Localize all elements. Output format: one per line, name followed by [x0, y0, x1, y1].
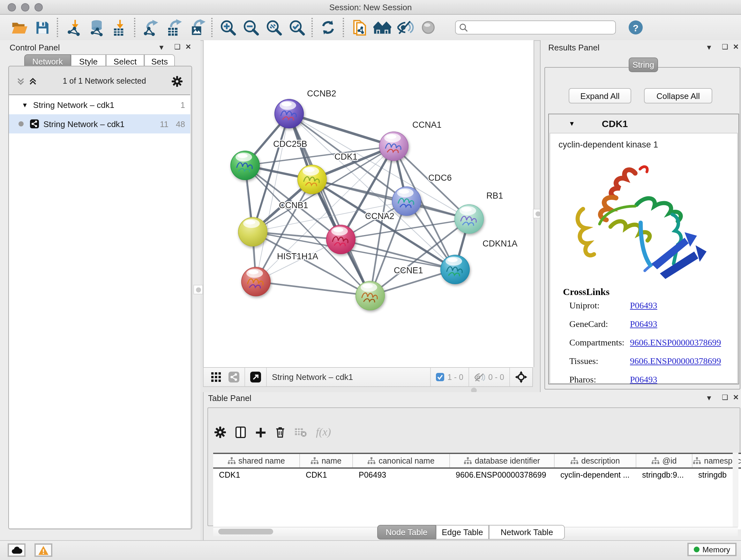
network-node-CCNA1[interactable]	[379, 132, 408, 161]
network-node-CDKN1A[interactable]	[441, 255, 470, 284]
expand-all-networks-icon[interactable]	[29, 77, 37, 85]
node-label-CCNB1: CCNB1	[279, 200, 308, 210]
import-table-button[interactable]	[108, 17, 131, 38]
column-type-icon	[227, 457, 235, 464]
edge-HIST1H1A-CCNE1[interactable]	[256, 282, 370, 296]
help-button[interactable]: ?	[629, 20, 643, 35]
collection-expand-arrow[interactable]: ▼	[22, 101, 28, 108]
table-panel-close-button[interactable]: ✕	[731, 393, 740, 401]
hidden-eye-icon[interactable]	[474, 373, 485, 381]
tab-network-table[interactable]: Network Table	[489, 525, 565, 540]
expand-all-button[interactable]: Expand All	[569, 88, 631, 104]
zoom-fit-button[interactable]	[262, 17, 285, 38]
results-panel-title: Results Panel	[548, 43, 599, 52]
crosslink-link[interactable]: P06493	[630, 319, 657, 329]
table-gear-icon[interactable]	[214, 427, 226, 438]
zoom-out-button[interactable]	[239, 17, 262, 38]
network-from-selection-button[interactable]	[348, 17, 371, 38]
table-panel-menu-button[interactable]: ▼	[704, 394, 714, 401]
crosslink-link[interactable]: 9606.ENSP00000378699	[630, 356, 721, 367]
table-panel-float-button[interactable]: ❑	[721, 393, 730, 401]
network-node-RB1[interactable]	[455, 204, 484, 234]
houses-icon	[374, 19, 391, 36]
table-row[interactable]: CDK1CDK1P064939606.ENSP00000378699cyclin…	[213, 469, 741, 481]
search-input[interactable]	[455, 20, 616, 35]
crosslink-label: GeneCard:	[569, 319, 608, 329]
results-panel-float-button[interactable]: ❑	[721, 43, 730, 51]
delete-column-icon[interactable]	[275, 427, 285, 438]
zoom-in-button[interactable]	[216, 17, 239, 38]
results-panel-menu-button[interactable]: ▼	[704, 44, 714, 51]
export-image-button[interactable]	[185, 17, 208, 38]
import-network-file-button[interactable]	[62, 17, 85, 38]
cloud-button[interactable]	[8, 543, 25, 557]
left-splitter-grip[interactable]	[193, 285, 203, 294]
scrollbar-thumb[interactable]	[218, 529, 273, 535]
network-node-CCNB2[interactable]	[274, 99, 304, 128]
crosslink-link[interactable]: P06493	[630, 375, 657, 385]
crosslink-link[interactable]: 9606.ENSP00000378699	[630, 338, 721, 348]
network-row[interactable]: String Network – cdk1 11 48	[9, 114, 190, 133]
table-vertical-scrollbar[interactable]	[733, 453, 738, 527]
import-network-database-button[interactable]	[85, 17, 108, 38]
add-column-icon[interactable]	[255, 427, 266, 438]
open-session-button[interactable]	[8, 17, 30, 38]
import-table-icon	[111, 19, 128, 36]
export-network-button[interactable]	[139, 17, 162, 38]
refresh-icon	[320, 19, 336, 36]
function-builder-icon[interactable]: f(x)	[316, 426, 331, 439]
collapse-all-networks-icon[interactable]	[17, 77, 25, 85]
memory-button[interactable]: Memory	[687, 543, 737, 556]
crosslink-label: Tissues:	[569, 356, 598, 366]
hide-graphics-details-button[interactable]	[394, 17, 417, 38]
network-node-CDK1[interactable]	[297, 165, 327, 194]
export-table-button[interactable]	[162, 17, 185, 38]
warnings-button[interactable]	[35, 543, 52, 557]
apply-layout-button[interactable]	[317, 17, 340, 38]
open-in-window-icon[interactable]	[250, 372, 261, 382]
control-panel-float-button[interactable]: ❑	[173, 43, 182, 51]
zoom-selected-button[interactable]	[285, 17, 308, 38]
collapse-all-button[interactable]: Collapse All	[644, 88, 712, 104]
crosslink-link[interactable]: P06493	[630, 301, 657, 311]
show-annotations-button[interactable]	[371, 17, 394, 38]
control-panel-close-button[interactable]: ✕	[184, 43, 193, 51]
control-panel-menu-button[interactable]: ▼	[157, 44, 166, 51]
network-node-CCNA2[interactable]	[326, 225, 355, 254]
save-session-button[interactable]	[30, 17, 54, 38]
network-node-CCNE1[interactable]	[355, 281, 385, 310]
column-header-description[interactable]: description	[555, 454, 636, 468]
show-hide-panel-button[interactable]	[417, 17, 440, 38]
search-icon	[459, 23, 468, 33]
network-options-gear-icon[interactable]	[172, 76, 183, 86]
network-node-CCNB1[interactable]	[238, 217, 267, 246]
gene-expand-arrow[interactable]: ▼	[569, 120, 575, 127]
birdseye-grid-icon[interactable]	[211, 372, 221, 382]
crosslink-label: Pharos:	[569, 375, 596, 384]
column-header-name[interactable]: name	[300, 454, 353, 468]
export-network-icon	[142, 19, 159, 36]
network-node-CDC6[interactable]	[392, 186, 421, 216]
network-node-CDC25B[interactable]	[230, 151, 260, 180]
tab-string[interactable]: String	[629, 57, 658, 72]
results-panel-close-button[interactable]: ✕	[731, 43, 740, 51]
export-image-icon	[188, 19, 205, 36]
network-share-toggle-icon[interactable]	[228, 372, 239, 382]
delete-table-icon[interactable]	[294, 427, 307, 437]
selected-nodes-checkbox[interactable]	[436, 373, 444, 381]
crosshair-icon[interactable]	[515, 371, 527, 383]
column-header-@id[interactable]: @id	[636, 454, 692, 468]
node-label-CDC6: CDC6	[428, 173, 452, 183]
column-header-canonical-name[interactable]: canonical name	[353, 454, 450, 468]
show-columns-icon[interactable]	[235, 427, 246, 438]
gene-section: ▼ CDK1 cyclin-dependent kinase 1	[548, 114, 739, 384]
network-canvas[interactable]: CCNB2CCNA1CDC25BCDK1CDC6RB1CCNB1CCNA2CDK…	[203, 40, 534, 367]
network-collection-row[interactable]: ▼ String Network – cdk1 1	[9, 95, 190, 114]
network-node-HIST1H1A[interactable]	[241, 267, 271, 296]
tab-edge-table[interactable]: Edge Table	[436, 525, 489, 540]
gene-section-header[interactable]: ▼ CDK1	[549, 114, 738, 132]
column-header-shared-name[interactable]: shared name	[213, 454, 300, 468]
tab-node-table[interactable]: Node Table	[377, 525, 436, 540]
column-header-database-identifier[interactable]: database identifier	[450, 454, 555, 468]
window-title: Session: New Session	[0, 3, 741, 12]
